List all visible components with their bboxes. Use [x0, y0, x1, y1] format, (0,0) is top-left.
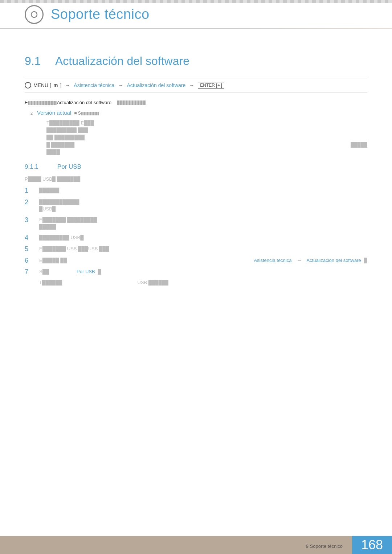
subsection-label: Por USB	[57, 163, 81, 171]
indented-line-4: █ ███████ █████	[46, 142, 367, 147]
step-num-2: 2	[25, 198, 33, 206]
step-3: 3 E███████ █████████ █████	[25, 216, 367, 230]
step-6: 6 E█████ ██ Asistencia técnica → Actuali…	[25, 257, 367, 265]
menu-link-1[interactable]: Asistencia técnica	[74, 82, 114, 88]
subsection-heading: 9.1.1 Por USB	[25, 163, 367, 171]
arrow1: →	[65, 82, 70, 88]
step-num-5: 5	[25, 245, 33, 253]
footer-section-text: 9 Soporte técnico	[306, 543, 343, 549]
step-content-6: E█████ ██ Asistencia técnica → Actualiza…	[39, 257, 367, 264]
indented-text-4: █ ███████	[46, 142, 74, 147]
page-title: Soporte técnico	[51, 7, 392, 22]
pixel-block-1	[28, 101, 57, 105]
step-content-1: ██████	[39, 187, 367, 194]
menu-word: MENU [	[33, 82, 51, 88]
circle-icon	[25, 5, 44, 24]
section-label: Actualización del software	[55, 54, 189, 68]
pixel-block-2	[117, 100, 146, 105]
steps-list: 1 ██████ 2 ████████████ █USB█ 3 E███████…	[25, 187, 367, 276]
step-1: 1 ██████	[25, 187, 367, 195]
step-7: 7 S██ Por USB █	[25, 268, 367, 276]
arrow2: →	[118, 82, 123, 88]
subsection-desc-text: P████ USB█ ███████	[25, 176, 80, 182]
step-content-5: E███████ USB ███USB ███	[39, 245, 367, 253]
step7-inner: S██ Por USB █	[39, 268, 367, 275]
footer: 9 Soporte técnico 168	[0, 536, 392, 554]
step-5: 5 E███████ USB ███USB ███	[25, 245, 367, 253]
step-2: 2 ████████████ █USB█	[25, 198, 367, 213]
indented-text-1: T█████████ E███	[46, 120, 94, 126]
footer-page: 168	[352, 536, 392, 554]
section-heading: 9.1 Actualización del software	[25, 54, 367, 68]
step-content-4: █████████ USB█	[39, 234, 367, 241]
step6-link1: Asistencia técnica	[254, 257, 291, 264]
version-row: 2 Versión actual ■ S	[30, 110, 367, 116]
top-stripe	[0, 0, 392, 3]
indented-line-1: T█████████ E███	[46, 120, 367, 126]
step7-suffix: █	[98, 268, 101, 275]
main-content: 9.1 Actualización del software MENU [ m …	[25, 40, 367, 532]
version-number-label: 2	[30, 111, 34, 115]
step7-label: Por USB	[77, 268, 95, 275]
indented-text-4-right: █████	[351, 142, 367, 147]
menu-letter: m	[53, 82, 58, 88]
step-num-7: 7	[25, 268, 33, 276]
indented-text-5: ████	[46, 149, 60, 155]
pixel-block-sm	[81, 112, 99, 115]
screen-desc-row: EActualización del software	[25, 100, 367, 105]
bottom-note: T██████ USB ██████	[39, 280, 367, 285]
title-divider	[0, 28, 392, 29]
step6-inner: E█████ ██ Asistencia técnica → Actualiza…	[39, 257, 367, 264]
subsection-number: 9.1.1	[25, 163, 38, 171]
arrow3: →	[189, 82, 194, 88]
step-num-4: 4	[25, 234, 33, 242]
screen-desc-text: EActualización del software	[25, 100, 111, 105]
enter-key: ENTER [↵]	[198, 82, 224, 89]
step-content-3: E███████ █████████ █████	[39, 216, 367, 230]
menu-circle-icon	[25, 82, 31, 89]
step-content-7: S██ Por USB █	[39, 268, 367, 275]
step-num-6: 6	[25, 257, 33, 265]
indented-text-2: █████████ ███	[46, 127, 88, 133]
svg-point-0	[31, 12, 37, 17]
indented-line-5: ████	[46, 149, 367, 155]
menu-bracket-close: ]	[60, 82, 61, 88]
indented-line-3: ██ █████████	[46, 135, 367, 140]
version-label: Versión actual	[37, 110, 71, 116]
footer-page-number: 168	[361, 537, 383, 553]
step6-link2: Actualización del software	[306, 257, 361, 264]
step-4: 4 █████████ USB█	[25, 234, 367, 242]
subsection-desc: P████ USB█ ███████	[25, 176, 367, 182]
step-num-3: 3	[25, 216, 33, 224]
bottom-note-left: T██████	[39, 280, 62, 285]
section-number: 9.1	[25, 54, 46, 68]
step6-suffix: █	[364, 257, 367, 264]
inner-circle-svg	[30, 11, 38, 19]
indented-line-2: █████████ ███	[46, 127, 367, 133]
indented-text-3: ██ █████████	[46, 135, 85, 140]
step6-arrow: →	[297, 257, 301, 264]
indented-block: T█████████ E███ █████████ ███ ██ ███████…	[46, 120, 367, 155]
step-content-2: ████████████ █USB█	[39, 198, 367, 213]
menu-link-2[interactable]: Actualización del software	[127, 82, 185, 88]
step-num-1: 1	[25, 187, 33, 195]
version-suffix: ■ S	[74, 111, 99, 116]
page-header: Soporte técnico	[51, 7, 392, 22]
bottom-note-right: USB ██████	[137, 280, 168, 285]
menu-path-row: MENU [ m ] → Asistencia técnica → Actual…	[25, 78, 367, 93]
